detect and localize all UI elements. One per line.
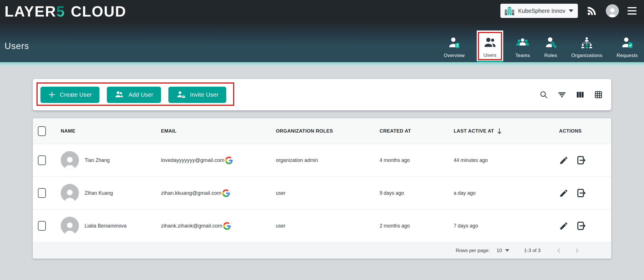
- previous-page-icon[interactable]: [555, 247, 562, 254]
- tab-requests-label: Requests: [617, 53, 638, 58]
- avatar: [61, 184, 79, 202]
- table-row: Lialia Beniaminova zihank.zihank@gmail.c…: [33, 210, 611, 242]
- tab-roles[interactable]: Roles: [542, 33, 559, 62]
- user-last-active-at: 44 minutes ago: [454, 157, 556, 163]
- column-header-actions: ACTIONS: [556, 128, 611, 134]
- tab-roles-label: Roles: [544, 53, 557, 58]
- columns-view-icon[interactable]: [576, 90, 584, 99]
- user-created-at: 9 days ago: [380, 190, 454, 196]
- column-header-org-roles[interactable]: ORGANIZATION ROLES: [276, 128, 380, 134]
- tab-teams[interactable]: Teams: [513, 33, 532, 62]
- select-all-checkbox[interactable]: [38, 126, 46, 136]
- user-last-active-at: 7 days ago: [454, 223, 556, 229]
- create-user-button[interactable]: Create User: [40, 87, 99, 103]
- roles-icon: [545, 37, 557, 50]
- invite-user-button[interactable]: Invite User: [168, 87, 226, 103]
- row-checkbox[interactable]: [38, 188, 46, 198]
- app-header: LAYER5CLOUD: [0, 0, 644, 22]
- tab-requests[interactable]: Requests: [614, 33, 640, 62]
- menu-icon[interactable]: [627, 7, 637, 15]
- filter-icon[interactable]: [558, 90, 566, 99]
- column-header-name[interactable]: NAME: [61, 128, 161, 134]
- navbar-divider: [0, 62, 644, 67]
- logo-layer-text: LAYER: [5, 4, 56, 19]
- table-tools: [539, 79, 603, 110]
- edit-user-icon[interactable]: [559, 188, 568, 198]
- person-mail-icon: [176, 91, 186, 99]
- users-table: NAME EMAIL ORGANIZATION ROLES CREATED AT…: [33, 118, 611, 259]
- sort-desc-icon[interactable]: [497, 128, 502, 135]
- column-header-last-active-at[interactable]: LAST ACTIVE AT: [454, 128, 556, 135]
- tab-overview[interactable]: Overview: [441, 33, 467, 62]
- user-org-roles: user: [276, 223, 380, 229]
- google-icon: [223, 222, 231, 230]
- avatar: [61, 151, 79, 169]
- user-last-active-at: a day ago: [454, 190, 556, 196]
- logo-cloud-text: CLOUD: [71, 4, 126, 19]
- organizations-icon: [580, 37, 593, 50]
- logo-five-text: 5: [56, 4, 65, 19]
- page-title: Users: [5, 41, 29, 51]
- tab-organizations[interactable]: Organizations: [569, 33, 605, 62]
- user-name: Tian Zhang: [85, 157, 110, 163]
- create-user-label: Create User: [60, 92, 92, 98]
- building-icon: [504, 6, 515, 15]
- table-header-row: NAME EMAIL ORGANIZATION ROLES CREATED AT…: [33, 118, 611, 144]
- rows-per-page-label: Rows per page:: [456, 248, 490, 253]
- user-email: lovedayyyyyyy@gmail.com: [161, 157, 224, 163]
- user-avatar[interactable]: [606, 4, 619, 17]
- column-header-created-at[interactable]: CREATED AT: [380, 128, 454, 134]
- tab-users-label: Users: [484, 52, 497, 58]
- tab-users[interactable]: Users: [477, 31, 504, 62]
- user-created-at: 4 months ago: [380, 157, 454, 163]
- org-selector-label: KubeSphere Innov: [518, 8, 565, 14]
- invite-user-label: Invite User: [190, 92, 219, 98]
- add-user-label: Add User: [129, 92, 153, 98]
- remove-user-icon[interactable]: [576, 221, 586, 231]
- table-row: Zihan Kuang zihan.kkuang@gmail.com user …: [33, 177, 611, 210]
- user-email: zihan.kkuang@gmail.com: [161, 190, 221, 196]
- teams-icon: [516, 37, 529, 50]
- table-pagination: Rows per page: 10 1-3 of 3: [33, 242, 611, 259]
- toolbar-buttons: Create User Add User: [40, 79, 226, 110]
- column-header-email[interactable]: EMAIL: [161, 128, 276, 134]
- plus-icon: [48, 91, 56, 98]
- row-checkbox[interactable]: [38, 155, 46, 165]
- user-created-at: 2 months ago: [380, 223, 454, 229]
- user-org-roles: user: [276, 190, 380, 196]
- avatar-icon: [606, 4, 619, 17]
- layer5-cloud-logo: LAYER5CLOUD: [5, 4, 126, 19]
- org-selector[interactable]: KubeSphere Innov: [500, 4, 578, 18]
- requests-icon: [621, 37, 633, 50]
- chevron-down-icon: [505, 249, 509, 252]
- pagination-range: 1-3 of 3: [524, 248, 541, 253]
- tab-teams-label: Teams: [515, 53, 530, 58]
- user-org-roles: organization admin: [276, 157, 380, 163]
- tab-organizations-label: Organizations: [571, 53, 602, 58]
- remove-user-icon[interactable]: [576, 188, 586, 198]
- rows-per-page-value: 10: [496, 248, 502, 253]
- chevron-down-icon: [569, 9, 573, 12]
- feed-icon[interactable]: [586, 5, 597, 16]
- edit-user-icon[interactable]: [559, 156, 568, 165]
- person-add-icon: [115, 91, 124, 99]
- google-icon: [225, 157, 233, 164]
- next-page-icon[interactable]: [574, 247, 580, 254]
- edit-user-icon[interactable]: [559, 221, 568, 231]
- grid-view-icon[interactable]: [594, 90, 603, 99]
- avatar: [61, 217, 79, 235]
- search-icon[interactable]: [539, 90, 548, 99]
- table-row: Tian Zhang lovedayyyyyyy@gmail.com organ…: [33, 144, 611, 177]
- add-user-button[interactable]: Add User: [107, 87, 161, 103]
- user-email: zihank.zihank@gmail.com: [161, 223, 222, 229]
- users-icon: [484, 37, 496, 50]
- row-checkbox[interactable]: [38, 221, 46, 231]
- remove-user-icon[interactable]: [576, 155, 586, 165]
- page-navbar: Users Overview: [0, 22, 644, 62]
- tab-overview-label: Overview: [444, 53, 464, 58]
- overview-icon: [448, 37, 460, 50]
- nav-tabs: Overview Users: [441, 31, 640, 62]
- rows-per-page-select[interactable]: 10: [496, 248, 509, 253]
- user-name: Lialia Beniaminova: [85, 223, 127, 229]
- last-active-at-label: LAST ACTIVE AT: [454, 128, 494, 134]
